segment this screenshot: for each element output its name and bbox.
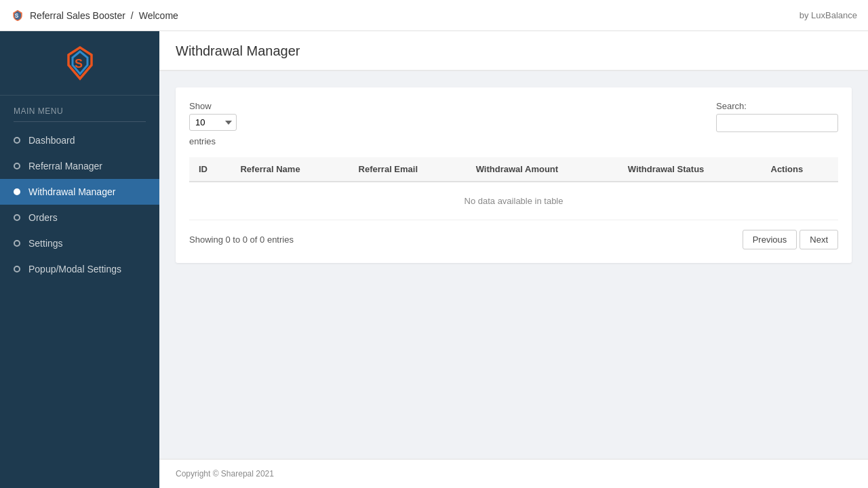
data-table: ID Referral Name Referral Email Withdraw… [189,157,838,220]
table-footer: Showing 0 to 0 of 0 entries Previous Nex… [189,230,838,249]
col-withdrawal-amount: Withdrawal Amount [467,157,618,182]
sidebar-item-label-orders: Orders [28,212,58,223]
sidebar-logo-icon: S [62,45,98,81]
col-withdrawal-status: Withdrawal Status [618,157,762,182]
sidebar: S Main Menu Dashboard Referral Manager W… [0,31,159,488]
showing-label: Showing 0 to 0 of 0 entries [189,235,294,245]
table-card: Show 10 25 50 100 entries Search: [176,87,852,263]
copyright-text: Copyright © Sharepal 2021 [176,469,274,479]
svg-text:S: S [75,57,83,70]
sidebar-item-circle-settings [14,240,20,247]
main-content: Withdrawal Manager Show 10 25 50 100 [159,31,868,488]
sidebar-item-label-popup: Popup/Modal Settings [28,264,121,274]
topbar-by-label: by LuxBalance [800,10,857,20]
sidebar-item-referral-manager[interactable]: Referral Manager [0,153,159,179]
search-area: Search: [716,101,838,132]
sidebar-item-circle-dashboard [14,137,20,144]
sidebar-item-withdrawal-manager[interactable]: Withdrawal Manager [0,179,159,205]
table-body: No data available in table [189,182,838,220]
show-entries: Show 10 25 50 100 entries [189,101,237,146]
col-actions: Actions [762,157,839,182]
show-label: Show [189,101,237,111]
previous-button[interactable]: Previous [743,230,797,249]
show-select[interactable]: 10 25 50 100 [189,114,237,131]
sidebar-item-popup-modal[interactable]: Popup/Modal Settings [0,256,159,282]
search-input[interactable] [716,114,838,132]
sidebar-item-label-dashboard: Dashboard [28,135,75,146]
no-data-row: No data available in table [189,182,838,220]
sidebar-logo-area: S [0,31,159,96]
entries-label: entries [189,136,237,146]
no-data-cell: No data available in table [189,182,838,220]
topbar-left: S Referral Sales Booster / Welcome [11,9,178,22]
sidebar-item-settings[interactable]: Settings [0,230,159,256]
table-controls: Show 10 25 50 100 entries Search: [189,101,838,146]
sidebar-menu-label: Main Menu [0,96,159,121]
svg-text:S: S [15,12,19,19]
col-referral-email: Referral Email [349,157,467,182]
sidebar-item-label-settings: Settings [28,238,63,249]
sidebar-item-label-withdrawal: Withdrawal Manager [28,186,115,197]
sidebar-item-label-referral: Referral Manager [28,161,102,171]
col-referral-name: Referral Name [231,157,349,182]
col-id: ID [189,157,231,182]
main-body: Show 10 25 50 100 entries Search: [159,71,868,459]
sidebar-item-circle-referral [14,163,20,169]
page-footer: Copyright © Sharepal 2021 [159,459,868,488]
next-button[interactable]: Next [800,230,838,249]
pagination: Previous Next [743,230,838,249]
sidebar-item-dashboard[interactable]: Dashboard [0,127,159,153]
sidebar-divider [14,121,146,122]
show-select-wrapper: 10 25 50 100 [189,114,237,131]
topbar-page-name: Welcome [139,10,178,21]
topbar-app-name: Referral Sales Booster [30,10,125,21]
page-title: Withdrawal Manager [176,43,852,70]
sidebar-item-circle-withdrawal [14,188,20,195]
table-head: ID Referral Name Referral Email Withdraw… [189,157,838,182]
search-label: Search: [716,101,838,111]
main-header: Withdrawal Manager [159,31,868,71]
topbar-separator: / [131,10,134,21]
app-logo-icon: S [11,9,24,22]
topbar: S Referral Sales Booster / Welcome by Lu… [0,0,868,31]
table-header-row: ID Referral Name Referral Email Withdraw… [189,157,838,182]
sidebar-item-circle-popup [14,266,20,272]
sidebar-item-orders[interactable]: Orders [0,205,159,230]
sidebar-item-circle-orders [14,214,20,221]
